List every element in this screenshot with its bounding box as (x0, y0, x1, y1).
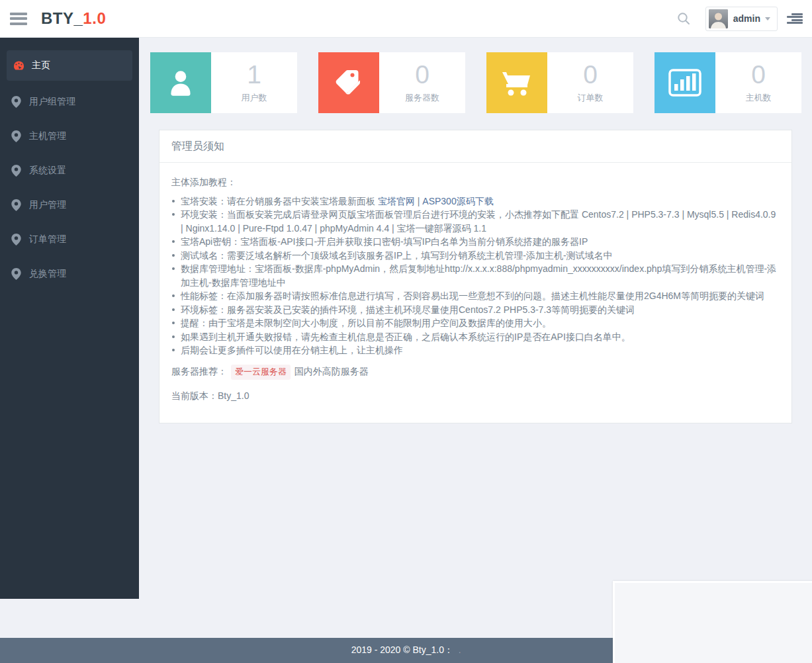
sidebar-item-label: 主机管理 (29, 130, 66, 142)
stat-value: 0 (751, 62, 766, 87)
sidebar-item-label: 主页 (32, 60, 50, 71)
sidebar-item-home[interactable]: 主页 (7, 50, 132, 81)
aiyun-server-link[interactable]: 爱一云服务器 (231, 365, 291, 380)
stat-info: 0 服务器数 (379, 52, 465, 113)
notice-item: 宝塔安装：请在分销服务器中安装宝塔最新面板 宝塔官网 | ASP300源码下载 (171, 195, 780, 208)
sidebar-item-system-settings[interactable]: 系统设置 (0, 154, 139, 188)
stat-card-servers: 0 服务器数 (318, 52, 465, 113)
stat-card-users: 1 用户数 (150, 52, 297, 113)
sidebar-item-label: 兑换管理 (29, 268, 66, 280)
asp300-download-link[interactable]: ASP300源码下载 (422, 196, 493, 206)
notice-item: 性能标签：在添加服务器时请按照标准信息进行填写，否则容易出现一些意想不到的问题。… (171, 289, 780, 303)
stat-card-hosts: 0 主机数 (654, 52, 801, 113)
bottom-right-overlay-frame (613, 581, 812, 663)
sidebar-item-label: 系统设置 (29, 165, 66, 177)
logo-version: 1.0 (83, 9, 106, 27)
map-pin-icon (11, 268, 22, 280)
sidebar-item-user-groups[interactable]: 用户组管理 (0, 85, 139, 119)
stat-label: 服务器数 (405, 92, 439, 104)
right-panel-toggle-icon[interactable] (787, 13, 803, 24)
panel-body: 主体添加教程： 宝塔安装：请在分销服务器中安装宝塔最新面板 宝塔官网 | ASP… (159, 163, 791, 423)
sidebar-item-label: 用户管理 (29, 199, 66, 211)
tags-icon (318, 52, 379, 113)
sidebar-item-label: 订单管理 (29, 234, 66, 245)
logo-text: BTY_ (41, 9, 83, 27)
map-pin-icon (11, 199, 22, 211)
user-icon (150, 52, 211, 113)
avatar (709, 9, 728, 28)
map-pin-icon (11, 234, 22, 245)
sidebar-item-exchange-management[interactable]: 兑换管理 (0, 257, 139, 291)
baota-official-link[interactable]: 宝塔官网 (378, 196, 415, 206)
notice-item: 环境安装：当面板安装完成后请登录网页版宝塔面板管理后台进行环境的安装，小杰推荐如… (171, 208, 780, 235)
footer-copyright: 2019 - 2020 © Bty_1.0： (351, 644, 453, 655)
dashboard-icon (13, 60, 24, 71)
notice-item: 后期会让更多插件可以使用在分销主机上，让主机操作 (171, 343, 780, 357)
server-recommend-line: 服务器推荐： 爱一云服务器 国内外高防服务器 (171, 365, 780, 380)
sidebar-menu: 主页 用户组管理 主机管理 系统设置 用户管理 (0, 50, 139, 291)
sidebar-item-user-management[interactable]: 用户管理 (0, 188, 139, 222)
stat-value: 1 (247, 62, 261, 87)
sidebar: 主页 用户组管理 主机管理 系统设置 用户管理 (0, 38, 139, 599)
stat-card-orders: 0 订单数 (486, 52, 633, 113)
chevron-down-icon (765, 17, 770, 21)
map-pin-icon (11, 130, 22, 142)
stat-info: 0 订单数 (547, 52, 633, 113)
notice-item: 环境标签：服务器安装及已安装的插件环境，描述主机环境尽量使用Centos7.2 … (171, 303, 780, 317)
stat-value: 0 (583, 62, 598, 87)
current-version-line: 当前版本：Bty_1.0 (171, 389, 780, 403)
stat-info: 0 主机数 (715, 52, 801, 113)
user-dropdown[interactable]: admin (705, 7, 778, 31)
recommend-text: 国内外高防服务器 (294, 366, 369, 376)
cart-icon (486, 52, 547, 113)
notice-item: 宝塔Api密钥：宝塔面板-API接口-开启并获取接口密钥-填写IP白名单为当前分… (171, 235, 780, 249)
footer-link[interactable]: . (459, 646, 461, 655)
stat-label: 订单数 (578, 92, 604, 104)
map-pin-icon (11, 96, 22, 108)
recommend-label: 服务器推荐： (171, 366, 227, 376)
stat-label: 用户数 (242, 92, 267, 104)
bar-chart-icon (654, 52, 715, 113)
search-icon[interactable] (672, 7, 695, 30)
sidebar-item-label: 用户组管理 (29, 96, 75, 108)
notice-item-text: 宝塔安装：请在分销服务器中安装宝塔最新面板 (181, 196, 378, 206)
sidebar-item-host-management[interactable]: 主机管理 (0, 119, 139, 154)
link-separator: | (415, 196, 422, 206)
main-content: 1 用户数 0 服务器数 (139, 38, 812, 423)
map-pin-icon (11, 165, 22, 177)
notice-item: 数据库管理地址：宝塔面板-数据库-phpMyAdmin，然后复制地址http:/… (171, 262, 780, 289)
notice-item: 提醒：由于宝塔是未限制空间大小制度，所以目前不能限制用户空间及数据库的使用大小。 (171, 316, 780, 330)
stat-label: 主机数 (746, 92, 772, 104)
stat-info: 1 用户数 (211, 52, 297, 113)
app-logo[interactable]: BTY_1.0 (41, 9, 106, 28)
sidebar-item-order-management[interactable]: 订单管理 (0, 222, 139, 257)
notice-item: 如果遇到主机开通失败报错，请先检查主机信息是否正确，之后确认本系统运行的IP是否… (171, 330, 780, 344)
stat-value: 0 (415, 62, 429, 87)
hamburger-menu-icon[interactable] (10, 13, 27, 25)
stats-row: 1 用户数 0 服务器数 (150, 52, 801, 113)
panel-title: 管理员须知 (159, 130, 791, 163)
notice-intro: 主体添加教程： (171, 175, 780, 189)
top-navbar: BTY_1.0 admin (0, 0, 812, 38)
notice-item: 测试域名：需要泛域名解析一个顶级域名到该服务器IP上，填写到分销系统主机管理-添… (171, 249, 780, 263)
user-name: admin (733, 13, 760, 24)
admin-notice-panel: 管理员须知 主体添加教程： 宝塔安装：请在分销服务器中安装宝塔最新面板 宝塔官网… (159, 130, 792, 423)
notice-list: 宝塔安装：请在分销服务器中安装宝塔最新面板 宝塔官网 | ASP300源码下载 … (171, 195, 780, 357)
